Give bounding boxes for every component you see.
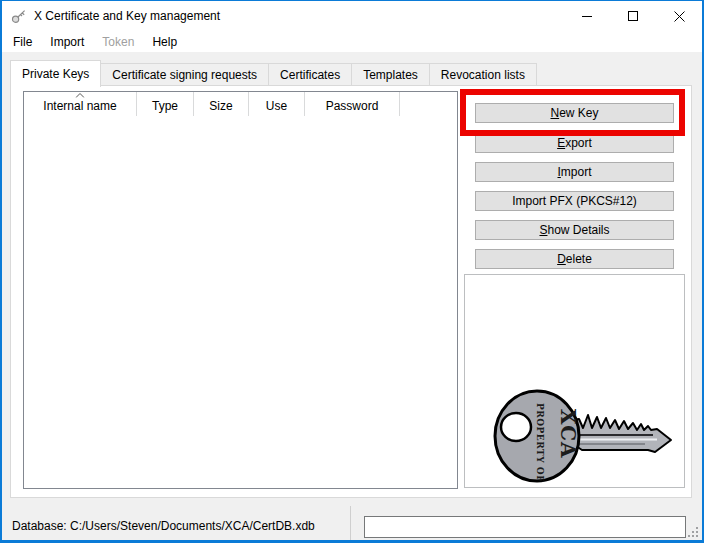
xca-key-logo: PROPERTY OF XCA — [487, 381, 677, 486]
resize-grip[interactable] — [688, 527, 699, 538]
show-details-button[interactable]: Show Details — [475, 220, 674, 240]
tab-certificates[interactable]: Certificates — [269, 63, 352, 86]
menu-import[interactable]: Import — [41, 33, 93, 51]
import-pfx-button[interactable]: Import PFX (PKCS#12) — [475, 191, 674, 211]
column-header-spacer — [400, 92, 457, 116]
table-body-empty — [24, 116, 457, 488]
title-bar: X Certificate and Key management — [2, 1, 702, 31]
logo-panel: PROPERTY OF XCA — [464, 274, 685, 488]
column-header-internal-name[interactable]: Internal name — [24, 92, 137, 116]
menu-file[interactable]: File — [4, 33, 41, 51]
status-bar: Database: C:/Users/Steven/Documents/XCA/… — [2, 497, 702, 540]
column-header-type[interactable]: Type — [137, 92, 194, 116]
window-title: X Certificate and Key management — [34, 9, 220, 23]
tab-private-keys[interactable]: Private Keys — [10, 60, 101, 87]
minimize-icon — [582, 11, 592, 21]
column-header-size[interactable]: Size — [194, 92, 249, 116]
xca-window: X Certificate and Key management File Im… — [0, 0, 704, 543]
search-input[interactable] — [364, 516, 686, 538]
close-icon — [674, 11, 685, 22]
tab-strip: Private Keys Certificate signing request… — [10, 57, 537, 86]
database-path-label: Database: C:/Users/Steven/Documents/XCA/… — [12, 519, 315, 533]
import-button[interactable]: Import — [475, 162, 674, 182]
tab-revocation-lists[interactable]: Revocation lists — [430, 63, 537, 86]
menu-bar: File Import Token Help — [2, 31, 702, 52]
tab-templates[interactable]: Templates — [352, 63, 430, 86]
table-header-row: Internal name Type Size Use Password — [24, 92, 457, 116]
statusbar-separator — [350, 506, 351, 540]
menu-help[interactable]: Help — [143, 33, 186, 51]
maximize-icon — [628, 11, 638, 21]
private-keys-table: Internal name Type Size Use Password — [23, 91, 458, 489]
sort-ascending-icon — [76, 93, 85, 98]
delete-button[interactable]: Delete — [475, 249, 674, 269]
app-key-icon — [10, 7, 28, 25]
column-header-use[interactable]: Use — [249, 92, 305, 116]
export-button[interactable]: Export — [475, 133, 674, 153]
svg-text:XCA: XCA — [556, 409, 580, 459]
maximize-button[interactable] — [610, 1, 656, 31]
svg-text:PROPERTY OF: PROPERTY OF — [535, 403, 545, 482]
close-button[interactable] — [656, 1, 702, 31]
tab-certificate-signing-requests[interactable]: Certificate signing requests — [101, 63, 269, 86]
column-header-password[interactable]: Password — [305, 92, 400, 116]
new-key-button[interactable]: New Key — [475, 103, 674, 123]
minimize-button[interactable] — [564, 1, 610, 31]
menu-token: Token — [93, 33, 143, 51]
